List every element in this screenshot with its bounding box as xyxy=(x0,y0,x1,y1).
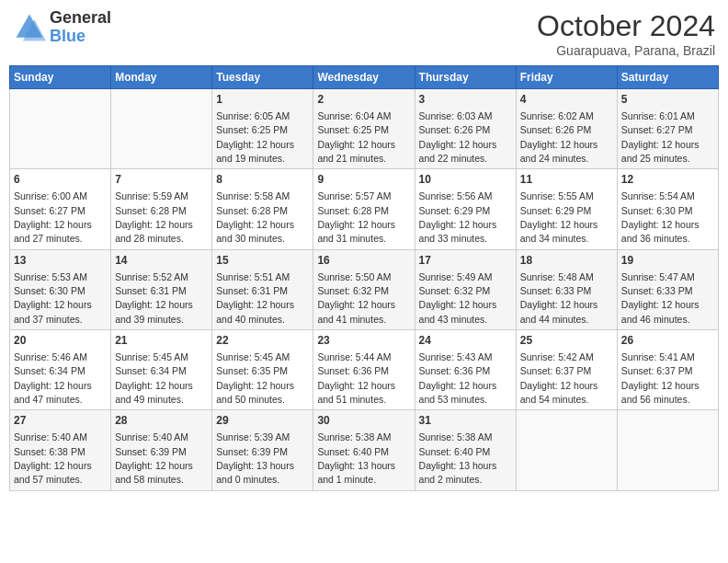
calendar-cell: 16Sunrise: 5:50 AM Sunset: 6:32 PM Dayli… xyxy=(313,249,415,329)
day-number: 13 xyxy=(14,253,107,269)
day-info: Sunrise: 5:49 AM Sunset: 6:32 PM Dayligh… xyxy=(419,271,497,325)
logo-icon xyxy=(13,11,46,44)
week-row-3: 13Sunrise: 5:53 AM Sunset: 6:30 PM Dayli… xyxy=(10,249,719,329)
calendar-cell: 5Sunrise: 6:01 AM Sunset: 6:27 PM Daylig… xyxy=(617,89,718,169)
calendar-cell: 27Sunrise: 5:40 AM Sunset: 6:38 PM Dayli… xyxy=(10,410,111,490)
day-number: 20 xyxy=(14,333,107,349)
day-info: Sunrise: 6:02 AM Sunset: 6:26 PM Dayligh… xyxy=(520,110,598,164)
calendar-cell: 18Sunrise: 5:48 AM Sunset: 6:33 PM Dayli… xyxy=(516,249,617,329)
day-info: Sunrise: 5:52 AM Sunset: 6:31 PM Dayligh… xyxy=(115,271,193,325)
day-number: 5 xyxy=(621,92,714,108)
week-row-2: 6Sunrise: 6:00 AM Sunset: 6:27 PM Daylig… xyxy=(10,169,719,249)
week-row-5: 27Sunrise: 5:40 AM Sunset: 6:38 PM Dayli… xyxy=(10,410,719,490)
calendar-cell: 8Sunrise: 5:58 AM Sunset: 6:28 PM Daylig… xyxy=(212,169,313,249)
day-info: Sunrise: 5:59 AM Sunset: 6:28 PM Dayligh… xyxy=(115,190,193,244)
day-number: 9 xyxy=(317,172,410,188)
calendar-cell: 31Sunrise: 5:38 AM Sunset: 6:40 PM Dayli… xyxy=(415,410,516,490)
calendar-cell: 25Sunrise: 5:42 AM Sunset: 6:37 PM Dayli… xyxy=(516,330,617,410)
header-cell-tuesday: Tuesday xyxy=(212,66,313,89)
calendar-cell: 6Sunrise: 6:00 AM Sunset: 6:27 PM Daylig… xyxy=(10,169,111,249)
calendar-cell: 12Sunrise: 5:54 AM Sunset: 6:30 PM Dayli… xyxy=(617,169,718,249)
calendar-cell: 4Sunrise: 6:02 AM Sunset: 6:26 PM Daylig… xyxy=(516,89,617,169)
day-info: Sunrise: 5:57 AM Sunset: 6:28 PM Dayligh… xyxy=(317,190,395,244)
calendar-table: SundayMondayTuesdayWednesdayThursdayFrid… xyxy=(9,65,719,491)
day-info: Sunrise: 5:38 AM Sunset: 6:40 PM Dayligh… xyxy=(317,431,395,485)
day-info: Sunrise: 5:58 AM Sunset: 6:28 PM Dayligh… xyxy=(216,190,294,244)
day-info: Sunrise: 5:56 AM Sunset: 6:29 PM Dayligh… xyxy=(419,190,497,244)
calendar-cell: 3Sunrise: 6:03 AM Sunset: 6:26 PM Daylig… xyxy=(415,89,516,169)
header-cell-saturday: Saturday xyxy=(617,66,718,89)
calendar-cell: 10Sunrise: 5:56 AM Sunset: 6:29 PM Dayli… xyxy=(415,169,516,249)
day-number: 26 xyxy=(621,333,714,349)
calendar-cell: 30Sunrise: 5:38 AM Sunset: 6:40 PM Dayli… xyxy=(313,410,415,490)
calendar-header: SundayMondayTuesdayWednesdayThursdayFrid… xyxy=(10,66,719,89)
header-cell-thursday: Thursday xyxy=(415,66,516,89)
calendar-cell xyxy=(516,410,617,490)
calendar-cell xyxy=(111,89,212,169)
day-number: 18 xyxy=(520,253,613,269)
day-number: 12 xyxy=(621,172,714,188)
header-cell-wednesday: Wednesday xyxy=(313,66,415,89)
day-info: Sunrise: 5:45 AM Sunset: 6:34 PM Dayligh… xyxy=(115,351,193,405)
day-number: 4 xyxy=(520,92,613,108)
day-info: Sunrise: 5:51 AM Sunset: 6:31 PM Dayligh… xyxy=(216,271,294,325)
day-number: 29 xyxy=(216,413,309,429)
day-number: 7 xyxy=(115,172,208,188)
day-number: 25 xyxy=(520,333,613,349)
day-info: Sunrise: 5:45 AM Sunset: 6:35 PM Dayligh… xyxy=(216,351,294,405)
day-info: Sunrise: 5:39 AM Sunset: 6:39 PM Dayligh… xyxy=(216,431,294,485)
calendar-cell: 9Sunrise: 5:57 AM Sunset: 6:28 PM Daylig… xyxy=(313,169,415,249)
calendar-cell: 28Sunrise: 5:40 AM Sunset: 6:39 PM Dayli… xyxy=(111,410,212,490)
day-number: 17 xyxy=(419,253,512,269)
header-cell-monday: Monday xyxy=(111,66,212,89)
calendar-cell: 21Sunrise: 5:45 AM Sunset: 6:34 PM Dayli… xyxy=(111,330,212,410)
day-info: Sunrise: 5:42 AM Sunset: 6:37 PM Dayligh… xyxy=(520,351,598,405)
day-info: Sunrise: 5:38 AM Sunset: 6:40 PM Dayligh… xyxy=(419,431,497,485)
calendar-cell: 13Sunrise: 5:53 AM Sunset: 6:30 PM Dayli… xyxy=(10,249,111,329)
day-info: Sunrise: 5:43 AM Sunset: 6:36 PM Dayligh… xyxy=(419,351,497,405)
logo-general: General xyxy=(50,9,111,28)
day-info: Sunrise: 5:55 AM Sunset: 6:29 PM Dayligh… xyxy=(520,190,598,244)
calendar-cell: 2Sunrise: 6:04 AM Sunset: 6:25 PM Daylig… xyxy=(313,89,415,169)
week-row-4: 20Sunrise: 5:46 AM Sunset: 6:34 PM Dayli… xyxy=(10,330,719,410)
day-info: Sunrise: 5:40 AM Sunset: 6:39 PM Dayligh… xyxy=(115,431,193,485)
calendar-cell: 7Sunrise: 5:59 AM Sunset: 6:28 PM Daylig… xyxy=(111,169,212,249)
calendar-cell: 14Sunrise: 5:52 AM Sunset: 6:31 PM Dayli… xyxy=(111,249,212,329)
day-info: Sunrise: 5:48 AM Sunset: 6:33 PM Dayligh… xyxy=(520,271,598,325)
day-info: Sunrise: 5:53 AM Sunset: 6:30 PM Dayligh… xyxy=(14,271,92,325)
day-number: 19 xyxy=(621,253,714,269)
day-number: 28 xyxy=(115,413,208,429)
title-block: October 2024 Guarapuava, Parana, Brazil xyxy=(537,9,715,58)
calendar-cell: 22Sunrise: 5:45 AM Sunset: 6:35 PM Dayli… xyxy=(212,330,313,410)
day-number: 15 xyxy=(216,253,309,269)
calendar-cell: 19Sunrise: 5:47 AM Sunset: 6:33 PM Dayli… xyxy=(617,249,718,329)
header-cell-friday: Friday xyxy=(516,66,617,89)
day-number: 1 xyxy=(216,92,309,108)
calendar-cell: 29Sunrise: 5:39 AM Sunset: 6:39 PM Dayli… xyxy=(212,410,313,490)
logo-blue: Blue xyxy=(50,28,111,46)
page-header: General Blue October 2024 Guarapuava, Pa… xyxy=(9,9,719,58)
day-info: Sunrise: 6:00 AM Sunset: 6:27 PM Dayligh… xyxy=(14,190,92,244)
calendar-cell xyxy=(617,410,718,490)
day-info: Sunrise: 6:03 AM Sunset: 6:26 PM Dayligh… xyxy=(419,110,497,164)
day-number: 16 xyxy=(317,253,410,269)
day-number: 30 xyxy=(317,413,410,429)
day-number: 3 xyxy=(419,92,512,108)
day-info: Sunrise: 5:47 AM Sunset: 6:33 PM Dayligh… xyxy=(621,271,700,325)
logo: General Blue xyxy=(13,9,111,46)
day-number: 8 xyxy=(216,172,309,188)
day-number: 22 xyxy=(216,333,309,349)
calendar-body: 1Sunrise: 6:05 AM Sunset: 6:25 PM Daylig… xyxy=(10,89,719,491)
calendar-cell: 20Sunrise: 5:46 AM Sunset: 6:34 PM Dayli… xyxy=(10,330,111,410)
location-subtitle: Guarapuava, Parana, Brazil xyxy=(537,43,715,58)
day-number: 31 xyxy=(419,413,512,429)
day-info: Sunrise: 5:46 AM Sunset: 6:34 PM Dayligh… xyxy=(14,351,92,405)
day-info: Sunrise: 5:50 AM Sunset: 6:32 PM Dayligh… xyxy=(317,271,395,325)
calendar-cell: 24Sunrise: 5:43 AM Sunset: 6:36 PM Dayli… xyxy=(415,330,516,410)
day-info: Sunrise: 5:41 AM Sunset: 6:37 PM Dayligh… xyxy=(621,351,700,405)
day-number: 27 xyxy=(14,413,107,429)
day-number: 6 xyxy=(14,172,107,188)
calendar-cell: 26Sunrise: 5:41 AM Sunset: 6:37 PM Dayli… xyxy=(617,330,718,410)
day-info: Sunrise: 5:44 AM Sunset: 6:36 PM Dayligh… xyxy=(317,351,395,405)
day-info: Sunrise: 5:40 AM Sunset: 6:38 PM Dayligh… xyxy=(14,431,92,485)
